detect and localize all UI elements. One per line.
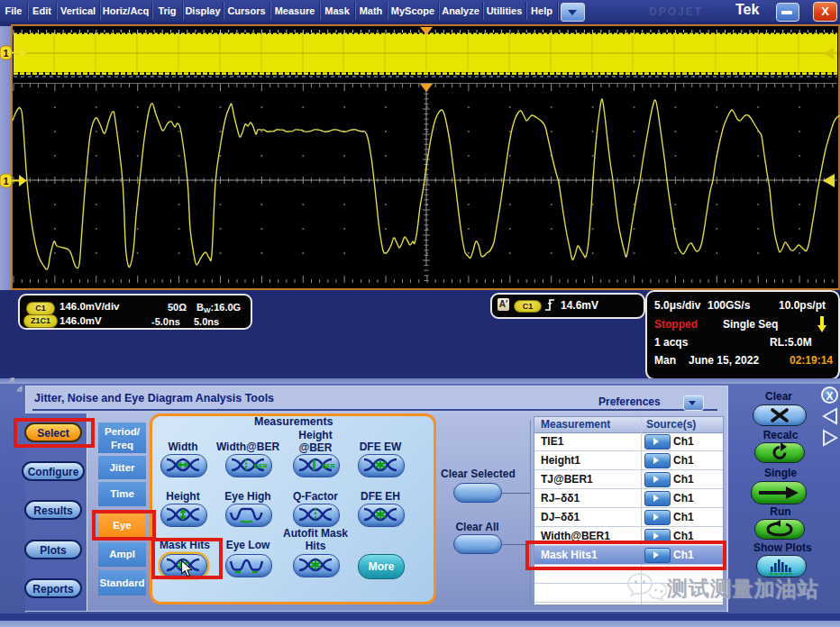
svg-text:BER: BER	[322, 463, 335, 469]
svg-text:1: 1	[3, 176, 8, 186]
svg-text:BER: BER	[254, 463, 268, 469]
svg-text:1: 1	[3, 48, 8, 59]
